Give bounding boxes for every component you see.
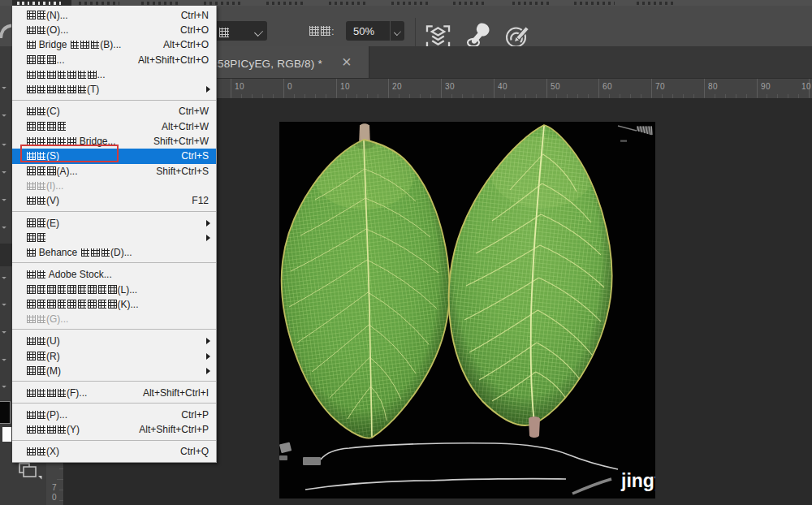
svg-text:jingya: jingya xyxy=(620,470,655,491)
